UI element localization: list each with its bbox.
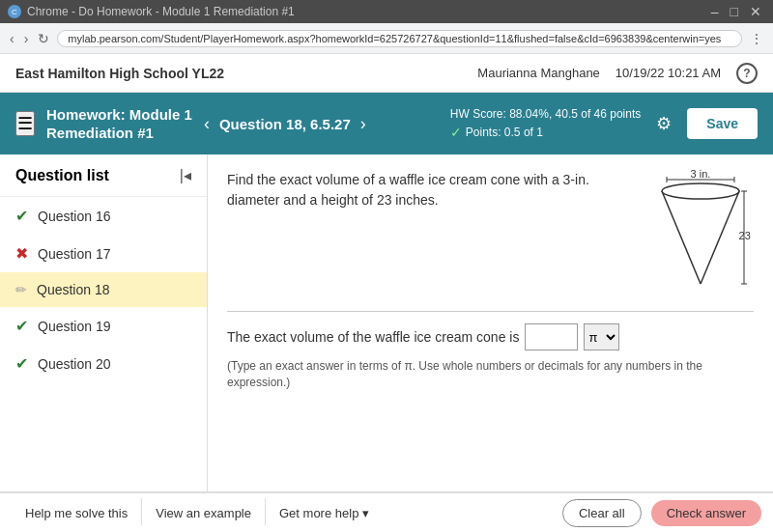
main-layout: Question list |◂ ✔ Question 16 ✖ Questio… <box>0 154 773 491</box>
cone-figure: 3 in. 23 in. <box>647 170 754 295</box>
forward-btn[interactable]: › <box>22 29 31 48</box>
hw-score: HW Score: 88.04%, 40.5 of 46 points <box>450 105 641 123</box>
check-icon: ✓ <box>450 123 462 143</box>
sidebar-header: Question list |◂ <box>0 154 207 197</box>
sidebar-item-q19[interactable]: ✔ Question 19 <box>0 307 207 345</box>
next-question-btn[interactable]: › <box>360 114 366 134</box>
url-bar[interactable]: mylab.pearson.com/Student/PlayerHomework… <box>57 30 742 47</box>
svg-point-0 <box>662 183 739 199</box>
answer-prefix: The exact volume of the waffle ice cream… <box>227 329 519 345</box>
hamburger-btn[interactable]: ☰ <box>15 111 35 136</box>
svg-line-2 <box>701 191 739 284</box>
reload-btn[interactable]: ↻ <box>36 29 51 48</box>
help-me-solve-btn[interactable]: Help me solve this <box>12 498 141 528</box>
question-nav: ‹ Question 18, 6.5.27 › <box>204 114 366 134</box>
title-bar: C Chrome - Do Homework - Module 1 Remedi… <box>0 0 773 23</box>
hint-text: (Type an exact answer in terms of π. Use… <box>227 358 754 391</box>
back-btn[interactable]: ‹ <box>8 29 16 48</box>
subtitle-label: Remediation #1 <box>46 125 154 141</box>
school-name: East Hamilton High School YL22 <box>15 66 224 81</box>
question-label: Question 18, 6.5.27 <box>219 116 351 132</box>
content-area: 3 in. 23 in. Find the exact volume of a … <box>208 154 773 491</box>
correct-icon-q20: ✔ <box>15 354 28 373</box>
bottom-bar: Help me solve this View an example Get m… <box>0 491 773 532</box>
address-bar: ‹ › ↻ mylab.pearson.com/Student/PlayerHo… <box>0 23 773 54</box>
svg-line-1 <box>662 191 701 284</box>
view-example-btn[interactable]: View an example <box>142 498 265 528</box>
title-bar-text: Chrome - Do Homework - Module 1 Remediat… <box>27 5 295 18</box>
share-btn[interactable]: ⋮ <box>748 29 765 48</box>
maximize-btn[interactable]: □ <box>727 4 742 19</box>
prev-question-btn[interactable]: ‹ <box>204 114 210 134</box>
correct-icon-q16: ✔ <box>15 207 28 225</box>
minimize-btn[interactable]: – <box>707 4 723 19</box>
wrong-icon-q17: ✖ <box>15 244 28 263</box>
homework-title: Homework: Module 1 Remediation #1 <box>46 105 192 143</box>
get-more-help-btn[interactable]: Get more help ▾ <box>266 498 383 528</box>
sidebar-item-q18[interactable]: ✏ Question 18 <box>0 272 207 307</box>
gear-btn[interactable]: ⚙ <box>656 113 672 134</box>
clear-all-btn[interactable]: Clear all <box>562 499 642 527</box>
answer-row: The exact volume of the waffle ice cream… <box>227 323 754 350</box>
q20-label: Question 20 <box>38 356 111 372</box>
sidebar-title: Question list <box>15 167 109 184</box>
q16-label: Question 16 <box>38 209 111 224</box>
check-answer-btn[interactable]: Check answer <box>651 500 761 526</box>
q18-label: Question 18 <box>37 282 110 297</box>
q19-label: Question 19 <box>38 319 111 334</box>
sidebar: Question list |◂ ✔ Question 16 ✖ Questio… <box>0 154 208 491</box>
collapse-sidebar-btn[interactable]: |◂ <box>180 166 191 184</box>
window-controls[interactable]: – □ ✕ <box>707 4 765 19</box>
save-button[interactable]: Save <box>687 108 758 139</box>
cone-svg: 3 in. 23 in. <box>647 170 754 295</box>
sidebar-item-q17[interactable]: ✖ Question 17 <box>0 235 207 272</box>
svg-text:3 in.: 3 in. <box>691 170 711 180</box>
browser-icon: C <box>8 5 21 18</box>
answer-input[interactable] <box>525 323 578 350</box>
bottom-left-actions: Help me solve this View an example Get m… <box>12 498 383 528</box>
score-info: HW Score: 88.04%, 40.5 of 46 points ✓ Po… <box>450 105 641 143</box>
unit-select[interactable]: π in² in³ <box>584 323 619 350</box>
pencil-icon-q18: ✏ <box>15 282 27 297</box>
svg-text:23 in.: 23 in. <box>739 230 754 241</box>
sidebar-item-q20[interactable]: ✔ Question 20 <box>0 345 207 382</box>
sidebar-item-q16[interactable]: ✔ Question 16 <box>0 197 207 235</box>
q17-label: Question 17 <box>38 246 111 262</box>
info-bar: East Hamilton High School YL22 Maurianna… <box>0 54 773 93</box>
user-name: Maurianna Manghane <box>477 66 599 80</box>
correct-icon-q19: ✔ <box>15 317 28 335</box>
points-label: Points: 0.5 of 1 <box>466 124 543 141</box>
date-time: 10/19/22 10:21 AM <box>616 66 721 80</box>
header-band: ☰ Homework: Module 1 Remediation #1 ‹ Qu… <box>0 93 773 154</box>
help-circle-btn[interactable]: ? <box>736 63 758 84</box>
module-label: Module 1 <box>129 106 192 123</box>
divider <box>227 311 754 312</box>
close-btn[interactable]: ✕ <box>746 4 765 19</box>
bottom-right-actions: Clear all Check answer <box>562 499 761 527</box>
